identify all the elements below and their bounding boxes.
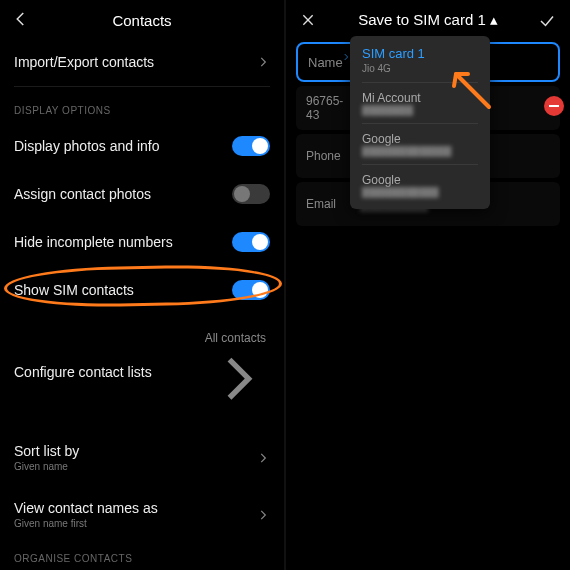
page-title[interactable]: Save to SIM card 1▴ <box>358 11 498 29</box>
import-export-row[interactable]: Import/Export contacts <box>10 40 274 84</box>
row-label: Configure contact lists <box>14 364 152 380</box>
sort-list-by-row[interactable]: Sort list by Given name <box>10 429 274 486</box>
titlebar: Contacts <box>10 0 274 40</box>
row-label: Hide incomplete numbers <box>14 234 173 250</box>
chevron-right-icon <box>256 508 270 522</box>
option-label: Mi Account <box>362 91 478 105</box>
title-text: Save to SIM card 1 <box>358 11 486 28</box>
toggle[interactable] <box>232 184 270 204</box>
configure-contact-lists-row[interactable]: Configure contact lists All contacts <box>10 314 274 429</box>
titlebar: Save to SIM card 1▴ <box>296 0 560 40</box>
row-label: Assign contact photos <box>14 186 151 202</box>
hide-incomplete-row[interactable]: Hide incomplete numbers <box>10 218 274 266</box>
option-label: Google <box>362 173 478 187</box>
toggle[interactable] <box>232 232 270 252</box>
display-photos-row[interactable]: Display photos and info <box>10 122 274 170</box>
show-sim-contacts-row[interactable]: Show SIM contacts <box>10 266 274 314</box>
row-label: Show SIM contacts <box>14 282 134 298</box>
option-sub: ████████████ <box>362 187 478 197</box>
option-sub: ██████████████ <box>362 146 478 156</box>
option-label: SIM card 1 <box>362 46 478 61</box>
section-display-options: DISPLAY OPTIONS <box>10 95 274 122</box>
option-sub: ████████ <box>362 105 478 115</box>
contacts-settings-panel: Contacts Import/Export contacts DISPLAY … <box>0 0 286 570</box>
option-label: Google <box>362 132 478 146</box>
toggle[interactable] <box>232 136 270 156</box>
row-label: 96765-43 <box>306 94 350 122</box>
row-label: Import/Export contacts <box>14 54 154 70</box>
row-label: View contact names as <box>14 500 158 516</box>
option-sub: Jio 4G <box>362 63 478 74</box>
remove-icon[interactable] <box>544 96 564 116</box>
divider <box>362 123 478 124</box>
page-title: Contacts <box>112 12 171 29</box>
row-secondary: All contacts <box>205 331 266 345</box>
close-icon[interactable] <box>300 12 316 28</box>
divider <box>14 86 270 87</box>
row-label: Display photos and info <box>14 138 160 154</box>
divider <box>362 82 478 83</box>
placeholder: Name <box>308 55 343 70</box>
row-label: Phone <box>306 149 350 163</box>
row-label: Sort list by <box>14 443 79 459</box>
save-target-dropdown: SIM card 1 Jio 4G Mi Account ████████ Go… <box>350 36 490 209</box>
chevron-right-icon <box>256 55 270 69</box>
confirm-icon[interactable] <box>538 12 556 30</box>
row-sub: Given name first <box>14 518 158 529</box>
dropdown-triangle-icon: ▴ <box>490 11 498 29</box>
view-names-as-row[interactable]: View contact names as Given name first <box>10 486 274 543</box>
back-icon[interactable] <box>12 10 30 28</box>
dropdown-option-sim1[interactable]: SIM card 1 Jio 4G <box>362 46 478 74</box>
section-organise-contacts: ORGANISE CONTACTS <box>10 543 274 570</box>
dropdown-option-google-1[interactable]: Google ██████████████ <box>362 132 478 156</box>
chevron-right-icon <box>205 397 270 414</box>
assign-contact-photos-row[interactable]: Assign contact photos <box>10 170 274 218</box>
dropdown-option-google-2[interactable]: Google ████████████ <box>362 173 478 197</box>
row-sub: Given name <box>14 461 79 472</box>
toggle[interactable] <box>232 280 270 300</box>
dropdown-option-mi[interactable]: Mi Account ████████ <box>362 91 478 115</box>
chevron-right-icon <box>256 451 270 465</box>
row-label: Email <box>306 197 350 211</box>
divider <box>362 164 478 165</box>
save-contact-panel: Save to SIM card 1▴ Name 96765-43 ██████… <box>286 0 570 570</box>
